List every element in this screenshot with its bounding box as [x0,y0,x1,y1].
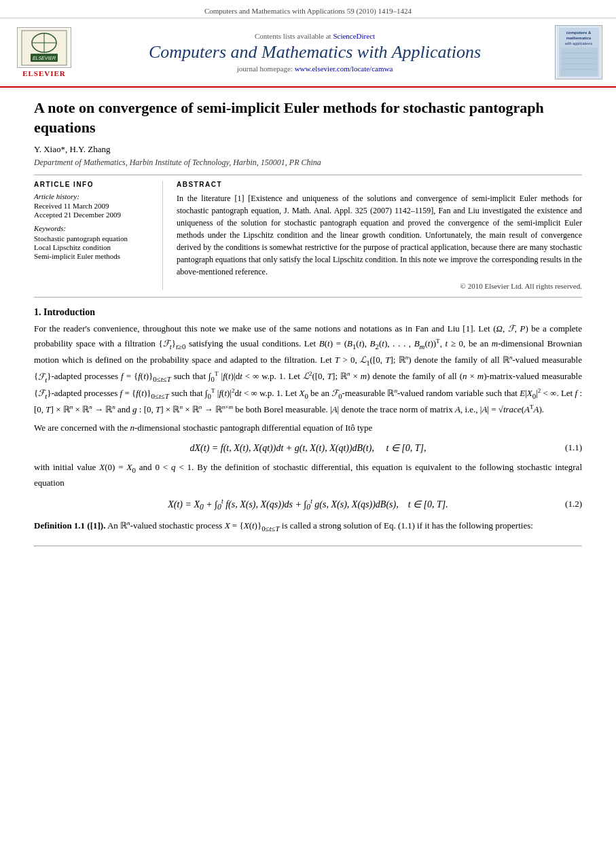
accepted-date: Accepted 21 December 2009 [34,211,153,219]
article-body: A note on convergence of semi-implicit E… [0,88,616,565]
keywords-label: Keywords: [34,224,153,232]
eq-number-1-2: (1.2) [565,499,582,509]
svg-text:ELSEVIER: ELSEVIER [33,56,56,60]
journal-ref-header: Computers and Mathematics with Applicati… [0,0,616,18]
eq-number-1-1: (1.1) [565,442,582,453]
section1-heading: 1. Introduction [34,307,582,318]
intro-para3: with initial value X(0) = X0 and 0 < q <… [34,461,582,490]
info-abstract-section: ARTICLE INFO Article history: Received 1… [34,181,582,290]
journal-homepage: journal homepage: www.elsevier.com/locat… [81,65,548,73]
authors: Y. Xiao*, H.Y. Zhang [34,144,582,155]
affiliation: Department of Mathematics, Harbin Instit… [34,158,582,168]
abstract-text: In the literature [1] [Existence and uni… [177,192,582,278]
article-title: A note on convergence of semi-implicit E… [34,99,582,137]
page: Computers and Mathematics with Applicati… [0,0,616,841]
intro-para2: We are concerned with the n-dimensional … [34,421,582,435]
journal-ref-text: Computers and Mathematics with Applicati… [204,7,412,15]
abstract-block: ABSTRACT In the literature [1] [Existenc… [177,181,582,290]
definition-1-1: Definition 1.1 ([1]). An ℝn-valued stoch… [34,518,582,535]
article-info: ARTICLE INFO Article history: Received 1… [34,181,163,290]
sciencedirect-line: Contents lists available at ScienceDirec… [81,32,548,40]
journal-banner: ELSEVIER ELSEVIER Contents lists availab… [0,18,616,88]
divider-2 [34,297,582,298]
elsevier-logo-image: ELSEVIER [17,27,71,68]
svg-text:computers &: computers & [566,31,591,35]
journal-name: Computers and Mathematics with Applicati… [81,41,548,62]
divider-1 [34,175,582,175]
svg-text:mathematics: mathematics [566,36,591,40]
equation-1-2: X(t) = X0 + ∫0t f(s, X(s), X(qs))ds + ∫0… [168,497,448,512]
author-names: Y. Xiao*, H.Y. Zhang [34,144,111,154]
homepage-link[interactable]: www.elsevier.com/locate/camwa [295,65,393,73]
svg-text:with applications: with applications [564,41,592,46]
received-date: Received 11 March 2009 [34,202,153,210]
footnote-divider [34,545,582,547]
article-info-label: ARTICLE INFO [34,181,153,188]
abstract-label: ABSTRACT [177,181,582,188]
intro-para1: For the reader's convenience, throughout… [34,322,582,417]
equation-1-2-row: X(t) = X0 + ∫0t f(s, X(s), X(qs))ds + ∫0… [34,497,582,512]
copyright-line: © 2010 Elsevier Ltd. All rights reserved… [177,282,582,290]
elsevier-logo: ELSEVIER ELSEVIER [14,27,75,77]
equation-1-1-row: dX(t) = f(t, X(t), X(qt))dt + g(t, X(t),… [34,442,582,454]
sciencedirect-link[interactable]: ScienceDirect [333,32,375,40]
history-label: Article history: [34,192,153,200]
keyword-2: Local Lipschitz condition [34,243,153,251]
keyword-1: Stochastic pantograph equation [34,234,153,243]
journal-title-block: Contents lists available at ScienceDirec… [81,32,548,73]
svg-rect-11 [560,48,598,76]
keyword-3: Semi-implicit Euler methods [34,252,153,260]
journal-cover-image: computers & mathematics with application… [555,25,602,79]
def-label: Definition 1.1 ([1]). [34,520,105,531]
elsevier-brand-text: ELSEVIER [22,69,66,77]
equation-1-1: dX(t) = f(t, X(t), X(qt))dt + g(t, X(t),… [190,442,427,454]
